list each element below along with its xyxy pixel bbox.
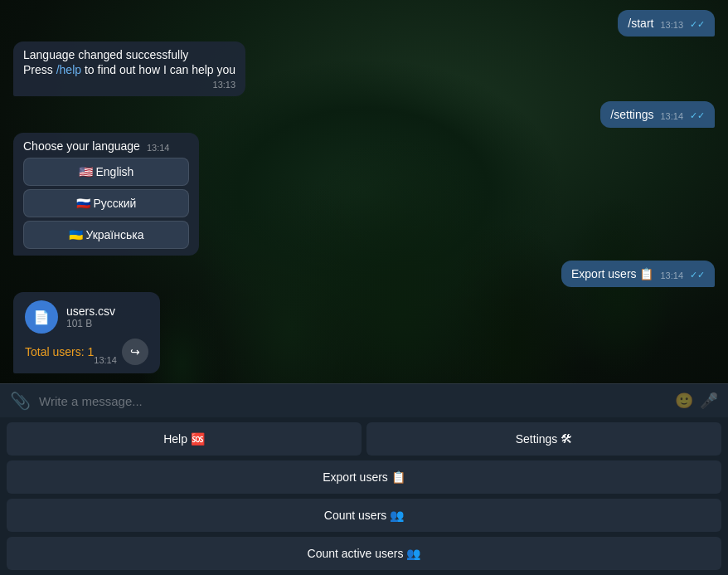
file-type-icon: 📄 xyxy=(33,309,50,325)
input-right-buttons: 🙂 🎤 xyxy=(675,392,718,410)
message-settings: /settings 13:14 ✓✓ xyxy=(600,101,715,128)
forward-button[interactable]: ↪ xyxy=(122,339,148,365)
input-area: 📎 🙂 🎤 xyxy=(0,383,728,417)
lang-btn-ukrainian[interactable]: 🇺🇦 Українська xyxy=(23,221,189,249)
file-info: users.csv 101 B xyxy=(66,305,148,329)
message-text: /start xyxy=(628,17,653,30)
file-footer: Total users: 1 13:14 ↪ xyxy=(25,339,148,365)
message-time: 13:14 xyxy=(94,355,117,365)
file-name: users.csv xyxy=(66,305,148,318)
language-buttons-group: 🇺🇸 English 🇷🇺 Русский 🇺🇦 Українська xyxy=(23,158,189,249)
lang-btn-english[interactable]: 🇺🇸 English xyxy=(23,158,189,186)
message-subtext: Press /help to find out how I can help y… xyxy=(23,63,235,76)
message-text-primary: Language changed successfully xyxy=(23,48,235,61)
keyboard-row-3: Count users 👥 xyxy=(7,499,721,532)
message-check: ✓✓ xyxy=(690,19,705,30)
keyboard-area: Help 🆘 Settings 🛠 Export users 📋 Count u… xyxy=(0,417,728,575)
message-check: ✓✓ xyxy=(690,270,705,280)
chat-area: /start 13:13 ✓✓ Language changed success… xyxy=(0,0,728,383)
message-file: 📄 users.csv 101 B Total users: 1 13:14 ↪ xyxy=(13,292,160,373)
message-time: 13:14 xyxy=(147,143,170,153)
keyboard-row-4: Count active users 👥 xyxy=(7,537,721,570)
message-text: Choose your language xyxy=(23,139,140,153)
attach-icon[interactable]: 📎 xyxy=(10,391,31,411)
message-text: Export users 📋 xyxy=(571,267,653,280)
help-button[interactable]: Help 🆘 xyxy=(7,422,362,456)
help-link[interactable]: /help xyxy=(56,63,81,76)
message-input[interactable] xyxy=(39,394,667,408)
message-export-users: Export users 📋 13:14 ✓✓ xyxy=(561,261,715,287)
mic-icon[interactable]: 🎤 xyxy=(700,392,718,410)
message-language-changed: Language changed successfully Press /hel… xyxy=(13,41,245,96)
keyboard-row-1: Help 🆘 Settings 🛠 xyxy=(7,422,721,456)
total-users-text: Total users: 1 xyxy=(25,345,94,358)
total-users-label: Total users: xyxy=(25,345,85,358)
message-start: /start 13:13 ✓✓ xyxy=(618,10,715,37)
message-check: ✓✓ xyxy=(690,110,705,121)
keyboard-row-2: Export users 📋 xyxy=(7,460,721,494)
emoji-icon[interactable]: 🙂 xyxy=(675,392,693,410)
message-text: /settings xyxy=(610,108,653,121)
message-time: 13:13 xyxy=(660,20,683,30)
file-icon: 📄 xyxy=(25,300,58,334)
lang-btn-russian[interactable]: 🇷🇺 Русский xyxy=(23,189,189,217)
count-active-users-button[interactable]: Count active users 👥 xyxy=(7,537,721,570)
message-time: 13:14 xyxy=(660,111,683,121)
messages-container: /start 13:13 ✓✓ Language changed success… xyxy=(0,0,728,383)
message-time: 13:13 xyxy=(23,80,235,90)
file-header: 📄 users.csv 101 B xyxy=(25,300,148,334)
settings-button[interactable]: Settings 🛠 xyxy=(366,422,721,456)
total-users-value: 1 xyxy=(87,345,94,358)
count-users-button[interactable]: Count users 👥 xyxy=(7,499,721,532)
export-users-button[interactable]: Export users 📋 xyxy=(7,460,721,494)
message-time: 13:14 xyxy=(660,270,683,280)
file-size: 101 B xyxy=(66,318,148,329)
message-choose-language: Choose your language 13:14 🇺🇸 English 🇷🇺… xyxy=(13,133,199,256)
